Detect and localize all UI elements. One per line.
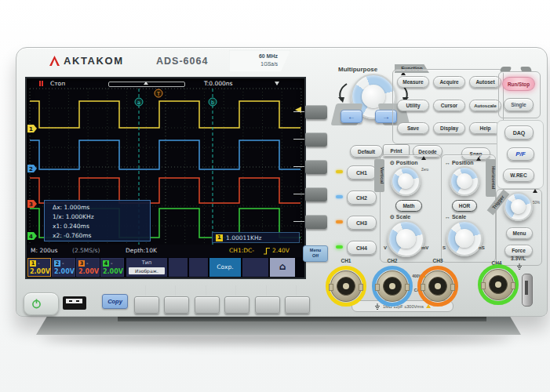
svg-text:3: 3 xyxy=(29,201,33,208)
trigger-position-arrow xyxy=(275,82,279,85)
ch2-coupling: - xyxy=(62,260,64,267)
ch3-led xyxy=(336,220,343,223)
autoset-button[interactable]: Autoset xyxy=(469,76,501,88)
side-softkey-3[interactable] xyxy=(305,160,327,174)
pf-button[interactable]: P/F xyxy=(507,147,534,161)
cursor-button[interactable]: Cursor xyxy=(433,100,465,111)
hor-button[interactable]: HOR xyxy=(452,200,477,212)
timebase-readout: M: 200us xyxy=(31,247,57,254)
bottomkey-tick xyxy=(145,285,146,296)
ch4-coupling: - xyxy=(111,260,113,267)
horizontal-position-label: ↔ Position xyxy=(445,160,474,165)
ch4-badge: 4 xyxy=(103,260,109,267)
math-button[interactable]: Math xyxy=(395,200,422,212)
menu-slot-home: ⌂ xyxy=(270,258,295,277)
display-button[interactable]: Display xyxy=(433,122,465,134)
svg-text:a: a xyxy=(137,100,140,106)
bnc-connector-ch4 xyxy=(478,264,519,305)
vertical-position-label: ⊙ Position xyxy=(390,160,417,166)
bandwidth-label: 60 MHz xyxy=(229,53,278,59)
cursor-delta-x: Δx: 1.000ms xyxy=(53,203,150,212)
autoscale-button[interactable]: Autoscale xyxy=(469,100,501,111)
zero-text: Zero xyxy=(421,168,428,172)
ch1-badge: 1 xyxy=(30,260,36,267)
ch2-vdiv: 2.00V xyxy=(54,268,75,275)
trigger-source-readout: CH1:DC- xyxy=(229,247,254,254)
force-button[interactable]: Force xyxy=(504,245,533,256)
menu-save-label: Сохр. xyxy=(209,263,241,270)
vscale-max-label: mV xyxy=(421,245,428,250)
bottom-softkey-1[interactable] xyxy=(134,296,159,314)
lcd-screen: 1234abT Стоп T:0.000ns Δx: 1.000ms 1/x: … xyxy=(27,78,304,278)
side-softkey-4[interactable] xyxy=(305,187,327,201)
side-softkey-5[interactable] xyxy=(305,215,327,229)
measure-button[interactable]: Measure xyxy=(397,76,429,88)
ground-icon xyxy=(516,263,523,270)
softkey-tick xyxy=(293,166,304,167)
samplerate-label: 1GSa/s xyxy=(229,61,278,67)
ch3-button[interactable]: CH3 xyxy=(347,216,377,230)
vertical-scale-knob[interactable] xyxy=(388,220,424,257)
horizontal-window-indicator xyxy=(108,82,185,87)
side-softkey-2[interactable] xyxy=(305,132,327,147)
run-state-label: Стоп xyxy=(50,80,65,87)
rising-edge-icon xyxy=(263,247,271,255)
ch1-led xyxy=(336,170,343,173)
ch2-badge: 2 xyxy=(54,260,60,267)
bnc-connector-ch3 xyxy=(417,266,458,307)
svg-text:T: T xyxy=(156,91,160,97)
bottom-softkey-3[interactable] xyxy=(195,296,220,314)
nav-left-button[interactable]: ← xyxy=(341,110,362,123)
home-icon: ⌂ xyxy=(270,261,295,272)
trigger-level-readout: 2.40V xyxy=(272,247,290,254)
probe-comp-hook xyxy=(522,274,533,307)
svg-text:1: 1 xyxy=(29,126,33,132)
menu-off-button[interactable]: Menu Off xyxy=(303,245,328,262)
menu-off-line2: Off xyxy=(304,253,327,259)
horizontal-position-knob[interactable] xyxy=(450,166,479,196)
cursor-measure-box: Δx: 1.000ms 1/x: 1.000KHz x1: 0.240ms x2… xyxy=(44,200,151,241)
horizontal-tab: Horizontal xyxy=(486,159,496,197)
trigger-frequency-value: 1.00011KHz xyxy=(226,234,262,241)
trigger-level-knob[interactable] xyxy=(504,192,533,221)
bottom-softkey-5[interactable] xyxy=(255,296,280,314)
model-number: ADS-6064 xyxy=(156,56,208,67)
default-button[interactable]: Default xyxy=(350,145,383,158)
horizontal-rotary-icon: ↔ xyxy=(445,214,450,220)
cal-output-label: 3.3V/L xyxy=(511,256,526,261)
ch2-button[interactable]: CH2 xyxy=(347,191,377,205)
brand-name: AKTAKOM xyxy=(64,55,124,67)
ch4-button[interactable]: CH4 xyxy=(347,241,377,255)
ch2-vdiv-box: 2- 2.00V xyxy=(52,258,75,277)
wrec-button[interactable]: W.REC xyxy=(503,169,534,182)
horizontal-scale-knob[interactable] xyxy=(446,220,483,256)
trigger-frequency-box: 1 1.00011KHz xyxy=(212,232,300,243)
spec-plate: 60 MHz 1GSa/s xyxy=(229,50,290,72)
menu-slot-empty-3 xyxy=(242,258,268,277)
single-button[interactable]: Single xyxy=(504,98,534,111)
bottom-softkey-2[interactable] xyxy=(164,296,189,314)
menu-type-value: Изображ. xyxy=(129,267,165,274)
rotary-icon: ⊙ xyxy=(390,160,395,165)
power-button[interactable] xyxy=(24,292,59,315)
acquire-button[interactable]: Acquire xyxy=(433,76,465,88)
ch3-badge: 3 xyxy=(78,260,85,267)
bottomkey-tick xyxy=(296,285,297,296)
utility-button[interactable]: Utility xyxy=(397,100,429,111)
side-softkey-1[interactable] xyxy=(305,105,327,119)
vertical-position-knob[interactable] xyxy=(391,166,421,196)
daq-button[interactable]: DAQ xyxy=(504,125,534,140)
menu-slot-empty-1 xyxy=(169,258,188,277)
bottom-softkey-4[interactable] xyxy=(224,296,250,314)
bottom-softkey-6[interactable] xyxy=(285,296,310,314)
hscale-min-label: S xyxy=(443,245,446,250)
run-stop-button[interactable]: Run/Stop xyxy=(502,77,535,91)
ch1-coupling: - xyxy=(38,260,40,267)
ch1-button[interactable]: CH1 xyxy=(347,165,377,180)
cursor-freq: 1/x: 1.000KHz xyxy=(53,212,150,222)
save-button[interactable]: Save xyxy=(397,122,429,134)
vertical-scale-label: ⊙ Scale xyxy=(390,214,410,220)
copy-button[interactable]: Copy xyxy=(102,294,128,309)
ch1-vdiv: 2.00V xyxy=(30,268,50,275)
trigger-menu-button[interactable]: Menu xyxy=(506,227,533,239)
